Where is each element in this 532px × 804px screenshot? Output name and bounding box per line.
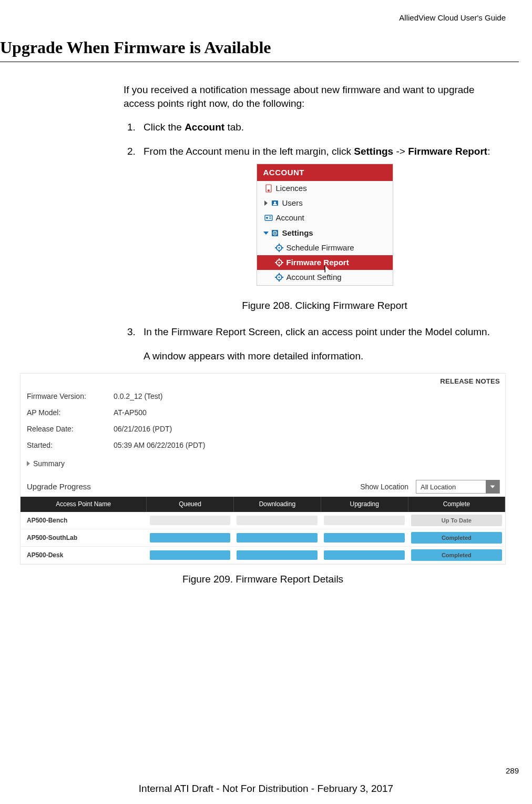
svg-point-24 [278,277,280,278]
step1-bold: Account [185,122,224,133]
step2-b1: Settings [354,146,393,157]
chevron-down-icon [486,480,499,494]
col-downloading: Downloading [233,497,321,511]
table-row[interactable]: AP500-SouthLabCompleted [21,529,505,546]
page-number: 289 [0,766,532,775]
progress-bar [237,516,318,525]
label-model: AP Model: [27,408,114,418]
menu-label-account-setting: Account Setting [287,272,342,283]
value-model: AT-AP500 [114,408,147,418]
intro-text: If you received a notification message a… [124,83,506,110]
detail-row-started: Started: 05:39 AM 06/22/2016 (PDT) [21,437,505,454]
label-started: Started: [27,440,114,450]
menu-label-licences: Licences [276,183,307,194]
menu-item-settings[interactable]: Settings [257,226,393,240]
value-release: 06/21/2016 (PDT) [114,424,172,434]
svg-point-3 [274,202,276,204]
value-fw: 0.0.2_12 (Test) [114,391,162,401]
firmware-report-panel: RELEASE NOTES Firmware Version: 0.0.2_12… [20,373,506,564]
status-badge: Completed [411,549,502,561]
release-notes-link[interactable]: RELEASE NOTES [21,374,505,388]
show-location-label: Show Location [360,482,408,492]
location-select-value: All Location [416,483,486,492]
col-complete: Complete [408,497,505,511]
step2-mid: -> [393,146,408,157]
page-title: Upgrade When Firmware is Available [0,38,519,57]
label-release: Release Date: [27,424,114,434]
account-icon [264,214,273,222]
settings-icon [271,229,279,237]
gear-icon [275,273,283,282]
account-menu: ACCOUNT Licences Users [257,164,393,286]
step2-post: : [487,146,490,157]
menu-header: ACCOUNT [257,164,393,181]
table-row[interactable]: AP500-DeskCompleted [21,546,505,564]
menu-item-schedule[interactable]: Schedule Firmware [257,240,393,255]
progress-bar [150,550,231,560]
cell-ap-name: AP500-Bench [21,512,147,529]
svg-point-12 [278,247,280,248]
menu-item-firmware-report[interactable]: Firmware Report [257,255,393,270]
menu-item-users[interactable]: Users [257,196,393,210]
progress-table: Access Point Name Queued Downloading Upg… [21,497,505,564]
status-badge: Up To Date [411,515,502,526]
col-queued: Queued [147,497,234,511]
label-fw: Firmware Version: [27,391,114,401]
progress-bar [150,516,231,525]
step-2: From the Account menu in the left margin… [138,145,506,312]
gear-icon [275,258,283,267]
col-upgrading: Upgrading [321,497,408,511]
detail-row-fw: Firmware Version: 0.0.2_12 (Test) [21,388,505,405]
step1-pre: Click the [144,122,185,133]
step-3: In the Firmware Report Screen, click an … [138,325,506,586]
licence-icon [264,184,273,193]
menu-label-settings: Settings [282,228,313,238]
svg-point-5 [266,217,268,219]
progress-bar [324,516,405,525]
progress-bar [324,533,405,542]
chevron-right-icon [27,461,30,466]
table-row[interactable]: AP500-BenchUp To Date [21,512,505,529]
progress-bar [237,550,318,560]
step-1: Click the Account tab. [138,120,506,134]
menu-label-schedule: Schedule Firmware [287,243,354,253]
gear-icon [275,244,283,252]
location-select[interactable]: All Location [416,480,500,494]
upgrade-progress-title: Upgrade Progress [27,481,355,492]
svg-point-18 [278,262,280,264]
users-icon [271,199,279,207]
expand-icon [264,200,268,206]
header-guide: AlliedView Cloud User's Guide [0,13,519,22]
progress-bar [150,533,231,542]
step3-after: A window appears with more detailed info… [144,349,506,363]
menu-item-licences[interactable]: Licences [257,181,393,196]
step2-b2: Firmware Report [408,146,487,157]
summary-toggle[interactable]: Summary [21,454,505,478]
svg-point-10 [274,232,275,234]
cell-ap-name: AP500-Desk [21,546,147,564]
detail-row-model: AP Model: AT-AP500 [21,405,505,421]
figure-208-caption: Figure 208. Clicking Firmware Report [144,299,506,313]
value-started: 05:39 AM 06/22/2016 (PDT) [114,440,205,450]
progress-bar [237,533,318,542]
cell-ap-name: AP500-SouthLab [21,529,147,546]
collapse-icon [263,232,269,235]
figure-209-caption: Figure 209. Firmware Report Details [20,572,506,586]
detail-row-release: Release Date: 06/21/2016 (PDT) [21,421,505,437]
step2-pre: From the Account menu in the left margin… [144,146,354,157]
menu-label-users: Users [282,198,303,208]
summary-label: Summary [33,459,65,469]
step3-text: In the Firmware Report Screen, click an … [144,326,490,337]
svg-point-1 [268,189,270,192]
footer-draft: Internal ATI Draft - Not For Distributio… [0,783,532,795]
col-name: Access Point Name [21,497,147,511]
menu-label-firmware-report: Firmware Report [287,257,349,268]
step1-post: tab. [224,122,244,133]
menu-label-account: Account [276,213,304,223]
title-rule [0,62,519,62]
menu-item-account[interactable]: Account [257,210,393,225]
progress-bar [324,550,405,560]
status-badge: Completed [411,532,502,544]
